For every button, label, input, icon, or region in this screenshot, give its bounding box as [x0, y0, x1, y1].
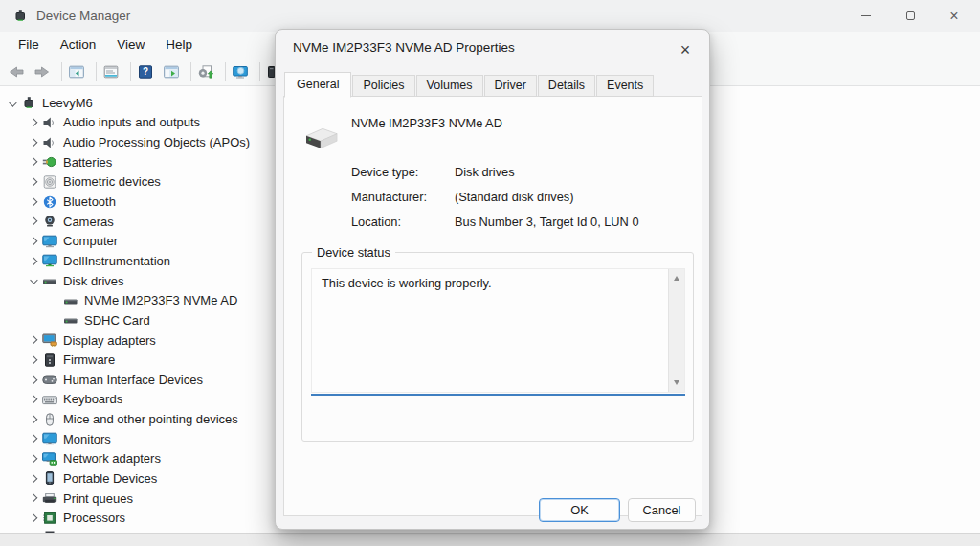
properties-dialog: NVMe IM2P33F3 NVMe AD Properties × Gener… — [275, 29, 710, 530]
ok-button[interactable]: OK — [539, 498, 620, 522]
minimize-button[interactable] — [844, 0, 888, 32]
toolbar-back-button[interactable] — [6, 59, 32, 84]
toolbar-properties-button[interactable] — [100, 59, 126, 84]
tree-item-label: Disk drives — [63, 274, 124, 288]
portable-device-icon — [42, 471, 57, 485]
chevron-right-icon[interactable] — [25, 116, 42, 129]
chevron-right-icon[interactable] — [25, 373, 42, 386]
dialog-close-icon[interactable]: × — [671, 35, 700, 64]
chevron-right-icon[interactable] — [25, 235, 42, 248]
tree-item-label: Human Interface Devices — [63, 373, 203, 387]
chevron-right-icon[interactable] — [25, 195, 42, 209]
property-label: Manufacturer: — [351, 190, 455, 204]
toolbar-show-action-pane-button[interactable] — [161, 59, 187, 84]
scroll-down-icon[interactable] — [674, 380, 679, 385]
disk-drive-3d-icon — [300, 124, 342, 152]
menu-view[interactable]: View — [106, 34, 155, 55]
search-computer-icon — [233, 65, 248, 79]
toolbar-help-button[interactable]: ? — [135, 59, 161, 84]
device-status-groupbox: Device status This device is working pro… — [301, 252, 694, 442]
tree-item-label: Audio inputs and outputs — [63, 115, 200, 129]
network-adapter-icon — [42, 452, 57, 466]
monitor-green-icon — [42, 254, 57, 267]
window-controls: × — [844, 0, 976, 32]
tree-item-label: LeevyM6 — [42, 96, 93, 110]
tree-item-label: Display adapters — [63, 333, 156, 348]
chevron-right-icon[interactable] — [25, 353, 42, 367]
toolbar-show-console-tree-button[interactable] — [66, 59, 92, 84]
chevron-down-icon[interactable] — [4, 96, 21, 109]
menu-help[interactable]: Help — [155, 34, 203, 55]
toolbar-separator — [130, 62, 131, 81]
device-status-textarea[interactable]: This device is working properly. — [311, 268, 685, 393]
status-scrollbar[interactable] — [668, 269, 684, 392]
property-value: Disk drives — [455, 165, 515, 179]
hid-icon — [42, 373, 57, 386]
display-adapter-icon — [42, 333, 57, 347]
svg-text:?: ? — [142, 66, 147, 77]
tab-policies[interactable]: Policies — [352, 75, 414, 97]
chevron-right-icon[interactable] — [25, 175, 42, 189]
property-value: Bus Number 3, Target Id 0, LUN 0 — [455, 215, 639, 229]
chevron-right-icon[interactable] — [25, 452, 42, 466]
tree-item-label: Processors — [63, 511, 125, 525]
tab-driver[interactable]: Driver — [484, 75, 537, 97]
maximize-button[interactable] — [888, 0, 932, 32]
chevron-right-icon[interactable] — [25, 155, 42, 169]
tab-volumes[interactable]: Volumes — [416, 75, 483, 97]
battery-icon — [42, 155, 57, 169]
tab-events[interactable]: Events — [596, 75, 654, 97]
chevron-down-icon[interactable] — [25, 274, 42, 287]
toolbar-scan-hardware-changes-button[interactable] — [195, 59, 221, 84]
property-label: Location: — [351, 215, 455, 229]
tab-general[interactable]: General — [284, 72, 351, 98]
camera-icon — [42, 215, 57, 228]
tree-item-label: Monitors — [63, 432, 111, 446]
device-status-label: Device status — [312, 245, 395, 260]
window-bottom-edge — [0, 533, 980, 546]
chevron-right-icon[interactable] — [25, 333, 42, 347]
chevron-right-icon[interactable] — [25, 215, 42, 228]
chevron-right-icon[interactable] — [25, 471, 42, 485]
scroll-up-icon[interactable] — [674, 276, 679, 281]
chevron-slot — [46, 294, 63, 307]
textarea-focus-line — [311, 394, 685, 396]
tab-details[interactable]: Details — [538, 75, 595, 97]
chevron-right-icon[interactable] — [25, 393, 42, 406]
property-row: Manufacturer:(Standard disk drives) — [351, 190, 573, 204]
toolbar-search-computer-button[interactable] — [230, 59, 256, 84]
toolbar-separator — [259, 62, 260, 81]
property-label: Device type: — [351, 165, 455, 179]
toolbar-forward-button[interactable] — [32, 59, 57, 84]
chevron-slot — [46, 313, 63, 327]
computer-device-icon — [21, 96, 36, 109]
speaker-icon — [42, 136, 57, 149]
general-tab-page: NVMe IM2P33F3 NVMe AD Device type:Disk d… — [283, 96, 702, 516]
chevron-right-icon[interactable] — [25, 413, 42, 426]
bluetooth-icon — [42, 195, 57, 209]
scan-hardware-changes-icon — [198, 65, 213, 79]
chevron-right-icon[interactable] — [25, 254, 42, 267]
toolbar-separator — [61, 62, 62, 81]
chevron-right-icon[interactable] — [25, 432, 42, 445]
help-icon: ? — [138, 65, 153, 79]
chevron-right-icon[interactable] — [25, 512, 42, 525]
tree-item-label: Computer — [63, 234, 118, 248]
disk-icon — [42, 274, 57, 287]
show-console-tree-icon — [69, 65, 84, 79]
keyboard-icon — [42, 393, 57, 406]
property-row: Location:Bus Number 3, Target Id 0, LUN … — [351, 215, 639, 229]
tree-item-label: Cameras — [63, 215, 114, 229]
printer-icon — [42, 491, 57, 505]
disk-icon — [63, 294, 78, 307]
menu-action[interactable]: Action — [50, 34, 107, 55]
cancel-button[interactable]: Cancel — [628, 498, 696, 522]
close-button[interactable]: × — [932, 0, 976, 32]
dialog-tabs: GeneralPoliciesVolumesDriverDetailsEvent… — [284, 74, 655, 97]
tree-item-label: Audio Processing Objects (APOs) — [63, 135, 250, 149]
menu-file[interactable]: File — [8, 34, 50, 55]
tree-item-label: Mice and other pointing devices — [63, 412, 238, 426]
device-status-text: This device is working properly. — [322, 276, 659, 290]
chevron-right-icon[interactable] — [25, 491, 42, 505]
chevron-right-icon[interactable] — [25, 136, 42, 149]
